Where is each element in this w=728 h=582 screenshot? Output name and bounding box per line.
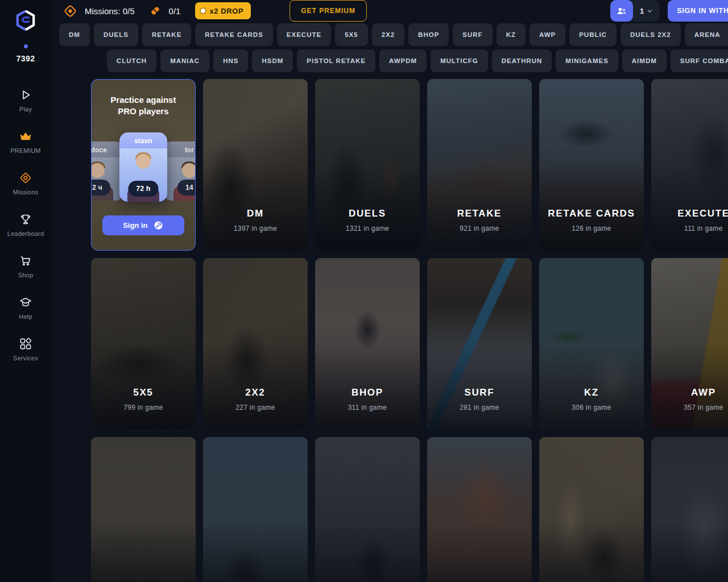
playtime-badge: 72 h [128,181,158,197]
players-online-pill[interactable]: 1 [610,0,660,22]
tab-deathrun[interactable]: DEATHRUN [492,49,552,72]
mode-card-preview[interactable] [203,437,308,582]
mode-art [539,437,644,582]
tab-bhop[interactable]: BHOP [408,23,449,46]
sidebar-item-label: Missions [13,189,38,196]
mode-art [651,437,728,582]
mode-card-execute[interactable]: EXECUTE111 in game [651,79,728,251]
online-count: 7392 [16,54,35,63]
sidebar-nav: Play PREMIUM Missions Leaderboard [7,88,44,361]
ticket-summary[interactable]: 0/1 [148,4,181,18]
tab-duels-2x2[interactable]: DUELS 2X2 [621,23,681,46]
people-icon [610,0,633,22]
mode-player-count: 111 in game [651,225,728,232]
sidebar-item-help[interactable]: Help [19,296,32,320]
tab-surf[interactable]: SURF [453,23,492,46]
mode-card-surf[interactable]: SURF281 in game [427,258,532,430]
playtime-badge: 2 ч [91,180,110,196]
tab-2x2[interactable]: 2X2 [372,23,404,46]
mode-card-dm[interactable]: DM1397 in game [203,79,308,251]
mode-card-preview[interactable] [651,437,728,582]
mode-player-count: 311 in game [315,404,420,411]
tab-dm[interactable]: DM [59,23,90,46]
tab-retake[interactable]: RETAKE [142,23,191,46]
missions-diamond-icon [63,3,78,19]
sidebar-item-play[interactable]: Play [19,88,32,113]
mode-card-awp[interactable]: AWP357 in game [651,258,728,430]
services-grid-icon [19,337,32,351]
sidebar-item-label: PREMIUM [10,147,40,154]
player-count-value: 1 [640,7,644,15]
app-logo-icon[interactable] [13,8,38,33]
tab-minigames[interactable]: MINIGAMES [556,49,618,72]
mode-card-preview[interactable] [427,437,532,582]
mode-card-preview[interactable] [539,437,644,582]
tab-clutch[interactable]: CLUTCH [107,49,156,72]
mode-card-duels[interactable]: DUELS1321 in game [315,79,420,251]
steam-sign-in-button[interactable]: SIGN IN WITH STEAM [668,0,728,22]
missions-diamond-icon [19,171,32,185]
promo-sign-in-button[interactable]: Sign in [102,215,184,235]
tab-execute[interactable]: EXECUTE [277,23,331,46]
mode-card-5x5[interactable]: 5X5799 in game [91,258,196,430]
mode-card-retake-cards[interactable]: RETAKE CARDS126 in game [539,79,644,251]
mode-art [91,437,196,582]
mode-tabs-row-2: CLUTCH MANIAC HNS HSDM PISTOL RETAKE AWP… [51,49,728,72]
sidebar-item-premium[interactable]: PREMIUM [10,130,40,154]
mode-title: SURF [427,387,532,398]
ticket-icon [148,4,162,18]
sidebar-item-leaderboard[interactable]: Leaderboard [7,213,44,237]
mode-player-count: 306 in game [539,404,644,411]
tab-maniac[interactable]: MANIAC [160,49,209,72]
mode-player-count: 1397 in game [203,225,308,232]
tab-duels[interactable]: DUELS [94,23,138,46]
player-name: tor [163,142,196,154]
sidebar-item-label: Play [19,106,32,113]
mode-card-kz[interactable]: KZ306 in game [539,258,644,430]
sidebar-item-shop[interactable]: Shop [18,254,34,278]
mode-card-preview[interactable] [315,437,420,582]
tab-retake-cards[interactable]: RETAKE CARDS [195,23,273,46]
tab-kz[interactable]: KZ [497,23,526,46]
tab-awp[interactable]: AWP [530,23,565,46]
tab-awpdm[interactable]: AWPDM [379,49,427,72]
tab-aimdm[interactable]: AIMDM [622,49,667,72]
missions-summary[interactable]: Missions: 0/5 [63,3,135,19]
drop-dot-icon [201,9,205,13]
tab-5x5[interactable]: 5X5 [335,23,367,46]
promo-title: Practice against PRO players [103,94,184,117]
tab-arena[interactable]: ARENA [685,23,728,46]
mode-title: RETAKE CARDS [539,208,644,219]
x2-drop-badge[interactable]: x2 DROP [195,2,251,19]
tab-hsdm[interactable]: HSDM [252,49,293,72]
get-premium-button[interactable]: GET PREMIUM [289,0,367,22]
mode-title: EXECUTE [651,208,728,219]
mode-card-2x2[interactable]: 2X2227 in game [203,258,308,430]
tab-hns[interactable]: HNS [213,49,248,72]
player-name: zdoce [91,142,123,154]
crown-icon [19,130,32,143]
promo-sign-in-label: Sign in [123,221,147,230]
play-icon [19,88,32,102]
mode-art [203,437,308,582]
sidebar-item-services[interactable]: Services [13,337,38,361]
tab-public[interactable]: PUBLIC [569,23,617,46]
tab-surf-combat[interactable]: SURF COMBAT [671,49,728,72]
tab-multicfg[interactable]: MULTICFG [431,49,488,72]
mode-title: RETAKE [427,208,532,219]
graduation-cap-icon [19,296,32,309]
tab-pistol-retake[interactable]: PISTOL RETAKE [297,49,375,72]
mode-card-preview[interactable] [91,437,196,582]
mode-title: 2X2 [203,387,308,398]
main-area: Missions: 0/5 0/1 x2 DROP GET PREMIUM [51,0,728,582]
mode-art [315,437,420,582]
mode-card-grid: Practice against PRO players zdoce 2 ч s… [55,79,728,582]
mode-card-retake[interactable]: RETAKE921 in game [427,79,532,251]
promo-card-pro-players[interactable]: Practice against PRO players zdoce 2 ч s… [91,79,196,251]
sidebar-item-missions[interactable]: Missions [13,171,38,196]
ticket-counter: 0/1 [169,6,181,16]
mode-player-count: 126 in game [539,225,644,232]
mode-card-bhop[interactable]: BHOP311 in game [315,258,420,430]
chevron-down-icon [647,8,653,14]
online-indicator-dot [24,44,28,48]
